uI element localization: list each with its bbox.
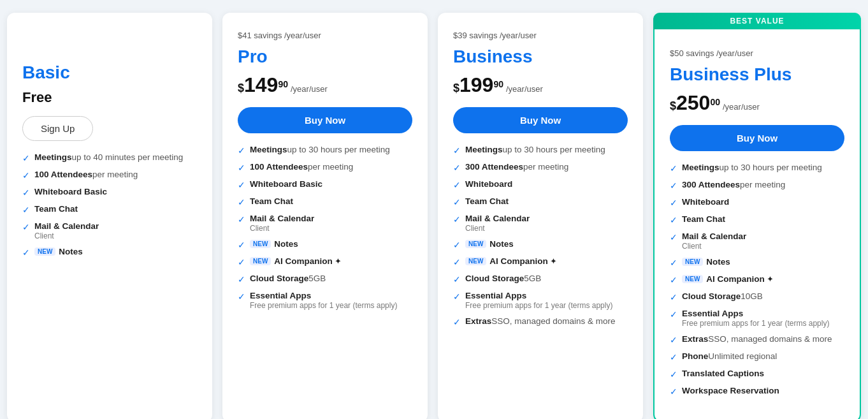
plan-price: $ 250 00 /year/user [670,91,844,115]
check-icon: ✓ [22,153,30,163]
feature-main-line: Phone Unlimited regional [682,351,777,361]
feature-bold: Extras [682,334,708,344]
feature-sub: Free premium apps for 1 year (terms appl… [465,301,612,310]
feature-content: Meetings up to 30 hours per meeting [465,145,605,154]
feature-main-line: NEWNotes [465,239,514,249]
check-icon: ✓ [22,222,30,232]
feature-content: Mail & CalendarClient [465,214,530,233]
plan-name: Business [453,47,628,67]
feature-main-line: Mail & Calendar [465,214,530,223]
feature-light: per meeting [308,162,353,172]
check-icon: ✓ [670,215,677,225]
feature-bold: 300 Attendees [682,180,740,189]
feature-content: Extras SSO, managed domains & more [682,334,832,344]
feature-bold: Team Chat [465,196,509,206]
check-icon: ✓ [670,335,677,345]
check-icon: ✓ [670,232,677,242]
feature-light: 5GB [308,274,326,283]
feature-main-line: Essential Apps [250,291,397,300]
feature-item: ✓ Whiteboard Basic [238,179,412,190]
price-decimal: 90 [493,79,503,95]
plan-card-business: $39 savings /year/userBusiness $ 199 90 … [438,13,643,419]
check-icon: ✓ [453,180,461,190]
feature-content: NEWAI Companion✦ [465,256,557,266]
feature-sub: Client [682,242,746,251]
check-icon: ✓ [238,145,245,156]
feature-sub: Client [34,232,99,240]
feature-item: ✓ Whiteboard [670,197,844,208]
check-icon: ✓ [670,386,677,397]
new-badge: NEW [682,258,703,266]
feature-bold: Cloud Storage [682,291,741,301]
feature-light: up to 40 minutes per meeting [72,152,184,162]
feature-light: up to 30 hours per meeting [720,163,822,172]
feature-bold: Meetings [682,163,720,172]
feature-item: ✓ Whiteboard [453,179,628,190]
plan-name: Business Plus [670,64,844,85]
feature-main-line: 100 Attendees per meeting [250,162,353,172]
check-icon: ✓ [453,257,461,267]
feature-bold: Notes [59,247,83,256]
features-list: ✓ Meetings up to 30 hours per meeting ✓ … [238,145,412,310]
check-icon: ✓ [670,292,677,302]
plan-price: $ 199 90 /year/user [453,73,628,97]
feature-content: Whiteboard Basic [250,179,322,189]
feature-main-line: Cloud Storage 10GB [682,291,763,301]
feature-content: Cloud Storage 10GB [682,291,763,301]
feature-bold: Meetings [465,145,503,154]
price-decimal: 90 [278,79,288,95]
price-period: /year/user [291,84,328,94]
price-main: 149 [244,73,278,97]
feature-item: ✓ 100 Attendees per meeting [238,162,412,173]
feature-bold: Mail & Calendar [465,214,530,223]
feature-main-line: Meetings up to 30 hours per meeting [465,145,605,154]
signup-button[interactable]: Sign Up [22,116,93,141]
feature-main-line: 300 Attendees per meeting [682,180,785,189]
feature-main-line: Essential Apps [465,291,612,300]
feature-content: Whiteboard [465,179,512,189]
feature-item: ✓ Workspace Reservation [670,386,844,397]
feature-content: Essential AppsFree premium apps for 1 ye… [465,291,612,310]
check-icon: ✓ [453,240,461,250]
feature-item: ✓ Extras SSO, managed domains & more [453,316,628,327]
feature-content: Whiteboard Basic [34,187,107,196]
check-icon: ✓ [238,240,245,250]
price-decimal: 00 [710,97,720,113]
feature-main-line: Team Chat [682,214,725,224]
check-icon: ✓ [238,163,245,173]
feature-item: ✓ NEWNotes [453,239,628,250]
check-icon: ✓ [670,163,677,173]
feature-main-line: NEWNotes [682,257,730,267]
feature-item: ✓ Whiteboard Basic [22,187,197,198]
feature-bold: Essential Apps [465,291,526,300]
feature-sub: Client [250,224,314,233]
feature-bold: Team Chat [682,214,725,224]
check-icon: ✓ [453,214,461,224]
buy-button[interactable]: Buy Now [670,125,844,151]
feature-item: ✓ 300 Attendees per meeting [670,180,844,191]
feature-item: ✓ Meetings up to 30 hours per meeting [453,145,628,156]
check-icon: ✓ [238,274,245,284]
feature-item: ✓ Phone Unlimited regional [670,351,844,362]
feature-main-line: Team Chat [465,196,509,206]
check-icon: ✓ [238,291,245,302]
buy-button[interactable]: Buy Now [453,107,628,133]
feature-bold: Meetings [250,145,287,154]
check-icon: ✓ [453,197,461,207]
price-period: /year/user [723,102,760,112]
features-list: ✓ Meetings up to 30 hours per meeting ✓ … [453,145,628,327]
price-main: 250 [676,91,710,115]
feature-bold: Mail & Calendar [682,232,746,241]
feature-main-line: Team Chat [250,196,293,206]
check-icon: ✓ [22,247,30,258]
feature-main-line: Meetings up to 30 hours per meeting [682,163,822,172]
feature-bold: Notes [489,239,514,249]
feature-bold: Workspace Reservation [682,386,779,395]
feature-content: 300 Attendees per meeting [682,180,785,189]
buy-button[interactable]: Buy Now [238,107,412,133]
check-icon: ✓ [238,214,245,224]
feature-main-line: Mail & Calendar [34,221,99,231]
feature-content: Mail & CalendarClient [682,232,746,251]
feature-item: ✓ Essential AppsFree premium apps for 1 … [670,309,844,328]
feature-main-line: Whiteboard Basic [34,187,107,196]
